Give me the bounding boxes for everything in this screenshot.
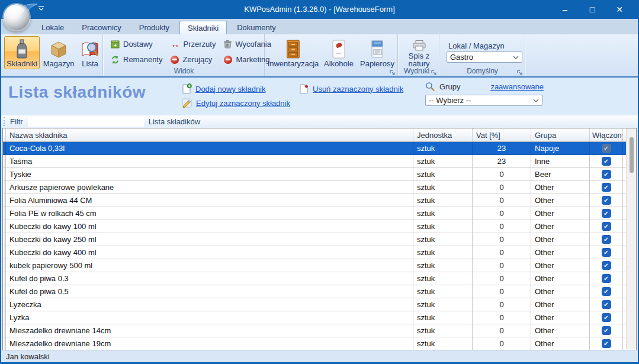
- enabled-checkbox[interactable]: ✔: [602, 300, 611, 309]
- enabled-checkbox[interactable]: ✔: [602, 235, 611, 244]
- column-header-unit[interactable]: Jednostka: [413, 128, 473, 141]
- toolbar-grip-handle[interactable]: [4, 117, 5, 126]
- enabled-checkbox[interactable]: ✔: [602, 339, 611, 348]
- cell-group: Other: [531, 311, 590, 324]
- cell-unit: sztuk: [413, 194, 473, 207]
- table-row[interactable]: Kubeczki do kawy 100 mlsztuk0Other✔: [3, 220, 636, 233]
- ribbon-button-remanenty[interactable]: Remanenty: [108, 54, 165, 65]
- cell-vat: 0: [473, 259, 531, 272]
- search-icon: [425, 82, 435, 91]
- enabled-checkbox[interactable]: ✔: [602, 183, 611, 192]
- table-row[interactable]: Kubeczki do kawy 400 mlsztuk0Other✔: [3, 246, 636, 259]
- cell-name: Kubeczki do kawy 400 ml: [6, 246, 413, 259]
- advanced-link[interactable]: zaawansowane: [490, 82, 544, 91]
- groups-combobox[interactable]: -- Wybierz --: [425, 95, 542, 106]
- enabled-checkbox[interactable]: ✔: [602, 261, 611, 270]
- enabled-checkbox[interactable]: ✔: [602, 222, 611, 231]
- enabled-checkbox[interactable]: ✔: [602, 248, 611, 257]
- enabled-checkbox[interactable]: ✔: [602, 313, 611, 322]
- add-ingredient-link-text[interactable]: Dodaj nowy składnik: [195, 85, 266, 94]
- groups-filter-panel: Grupy zaawansowane -- Wybierz --: [425, 80, 544, 106]
- filter-input[interactable]: [28, 117, 144, 127]
- enabled-checkbox[interactable]: ✔: [602, 209, 611, 218]
- column-header-group[interactable]: Grupa: [531, 128, 590, 141]
- ribbon-button-dostawy[interactable]: Dostawy: [108, 39, 165, 49]
- ribbon-button-alkohole[interactable]: Alkohole: [320, 36, 357, 69]
- delete-ingredient-link-text[interactable]: Usuń zaznaczony składnik: [313, 85, 403, 94]
- enabled-checkbox[interactable]: ✔: [602, 144, 611, 153]
- enabled-checkbox[interactable]: ✔: [602, 170, 611, 179]
- title-bar[interactable]: KWPosAdmin (1.3.26.0) - [WarehouseForm] …: [0, 0, 639, 19]
- table-row[interactable]: Kufel do piwa 0.3sztuk0Other✔: [3, 272, 636, 285]
- enabled-checkbox[interactable]: ✔: [602, 326, 611, 335]
- ribbon-button-papierosy[interactable]: Papierosy: [358, 36, 396, 69]
- ribbon-button-magazyn[interactable]: Magazyn: [41, 36, 76, 69]
- cell-vat: 0: [473, 194, 531, 207]
- ribbon-button-label: Papierosy: [360, 60, 394, 67]
- table-row[interactable]: Mieszadelko drewniane 19cmsztuk0Other✔: [3, 337, 636, 350]
- column-header-vat[interactable]: Vat [%]: [473, 128, 531, 141]
- dialog-launcher-icon[interactable]: [390, 70, 395, 75]
- table-row[interactable]: Arkusze papierowe powlekanesztuk0Other✔: [3, 181, 636, 194]
- tab-pracownicy[interactable]: Pracownicy: [74, 21, 129, 34]
- cell-name: Kufel do piwa 0.5: [6, 285, 413, 298]
- cell-unit: sztuk: [413, 181, 473, 194]
- cell-enabled: ✔: [590, 233, 623, 246]
- window-controls: – □ ✕: [551, 0, 633, 19]
- cell-group: Other: [531, 220, 590, 233]
- edit-ingredient-link[interactable]: Edytuj zaznaczony składnik: [182, 97, 290, 109]
- enabled-checkbox[interactable]: ✔: [602, 287, 611, 296]
- table-row[interactable]: Tyskiesztuk0Beer✔: [3, 168, 636, 181]
- vertical-scrollbar[interactable]: [626, 128, 636, 349]
- table-row[interactable]: Lyzkasztuk0Other✔: [3, 311, 636, 324]
- table-row[interactable]: Kubeczki do kawy 250 mlsztuk0Other✔: [3, 233, 636, 246]
- table-row[interactable]: Taśmasztuk23Inne✔: [3, 155, 636, 168]
- ribbon-button-przerzuty[interactable]: ↔ Przerzuty: [168, 39, 218, 49]
- ribbon-group-wydruki: Spis z natury Wydruki: [399, 34, 439, 76]
- column-header-name[interactable]: Nazwa składnika: [6, 128, 413, 141]
- dialog-launcher-icon[interactable]: [517, 70, 522, 75]
- box-icon: [49, 38, 69, 60]
- tab-dokumenty[interactable]: Dokumenty: [229, 21, 284, 34]
- delete-ingredient-link[interactable]: Usuń zaznaczony składnik: [299, 83, 403, 95]
- ribbon-button-spis-z-natury[interactable]: Spis z natury: [401, 36, 438, 69]
- filter-label: Filtr: [10, 117, 23, 126]
- close-button[interactable]: ✕: [606, 0, 633, 19]
- table-row[interactable]: kubek papierowy 500 mlsztuk0Other✔: [3, 259, 636, 272]
- ribbon-button-zerujacy[interactable]: Zerujący: [168, 54, 218, 65]
- app-orb-button[interactable]: [4, 4, 30, 30]
- table-row[interactable]: Lyzeczkasztuk0Other✔: [3, 298, 636, 311]
- enabled-checkbox[interactable]: ✔: [602, 196, 611, 205]
- cell-vat: 0: [473, 298, 531, 311]
- table-row[interactable]: Folia PE w rolkach 45 cmsztuk0Other✔: [3, 207, 636, 220]
- dialog-launcher-icon[interactable]: [431, 70, 436, 75]
- add-ingredient-link[interactable]: Dodaj nowy składnik: [182, 83, 290, 95]
- printer-icon: [413, 38, 426, 52]
- column-header-enabled[interactable]: Włączony: [590, 128, 623, 141]
- scrollbar-thumb[interactable]: [630, 137, 634, 173]
- minimize-button[interactable]: –: [551, 0, 579, 19]
- ribbon-button-lista[interactable]: Lista: [78, 36, 102, 69]
- cell-vat: 0: [473, 285, 531, 298]
- table-row[interactable]: Coca-Cola 0,33lsztuk23Napoje✔: [3, 142, 636, 155]
- pencil-icon: [182, 98, 192, 108]
- tab-produkty[interactable]: Produkty: [131, 21, 177, 34]
- tab-skladniki[interactable]: Składniki: [179, 21, 227, 34]
- ribbon-button-inwentaryzacja[interactable]: Inwentaryzacja: [267, 36, 319, 69]
- status-bar: Jan kowalski: [1, 350, 638, 363]
- tab-lokale[interactable]: Lokale: [34, 21, 72, 34]
- edit-ingredient-link-text[interactable]: Edytuj zaznaczony składnik: [196, 99, 290, 108]
- enabled-checkbox[interactable]: ✔: [602, 274, 611, 283]
- maximize-button[interactable]: □: [579, 0, 606, 19]
- table-row[interactable]: Kufel do piwa 0.5sztuk0Other✔: [3, 285, 636, 298]
- book-magnifier-icon: [80, 38, 100, 60]
- cell-group: Napoje: [531, 142, 590, 155]
- enabled-checkbox[interactable]: ✔: [602, 157, 611, 166]
- table-row[interactable]: Mieszadelko drewniane 14cmsztuk0Other✔: [3, 324, 636, 337]
- cell-unit: sztuk: [413, 324, 473, 337]
- ribbon-button-skladniki[interactable]: Składniki: [4, 36, 40, 69]
- table-row[interactable]: Folia Aluminiowa 44 CMsztuk0Other✔: [3, 194, 636, 207]
- lokal-magazyn-combobox[interactable]: Gastro: [447, 51, 522, 63]
- status-user: Jan kowalski: [6, 352, 50, 361]
- cell-vat: 0: [473, 181, 531, 194]
